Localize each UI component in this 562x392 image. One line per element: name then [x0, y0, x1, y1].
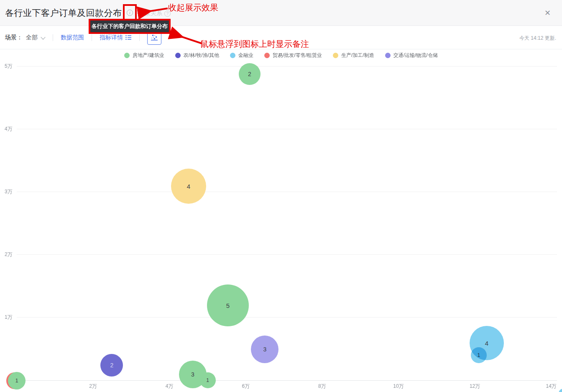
toolbar-left: 场景： 全部 数据范围 指标详情 [0, 31, 161, 45]
object-relation-group: 对象关系 ? [139, 10, 171, 17]
legend-label: 农/林/牧/渔/其他 [184, 52, 219, 59]
bubble-chart: 5万4万3万2万1万2万4万6万8万10万12万14万1245341231房地产… [0, 0, 562, 392]
scatter-chart-type-button[interactable] [147, 31, 161, 45]
legend-dot-icon [124, 53, 130, 58]
legend-dot-icon [385, 53, 391, 58]
x-axis-tick-label: 10万 [393, 383, 404, 390]
dashboard-panel: 5万4万3万2万1万2万4万6万8万10万12万14万1245341231房地产… [0, 0, 562, 392]
bubble[interactable]: 4 [171, 169, 206, 204]
gridline [17, 66, 557, 67]
x-axis-tick-label: 12万 [470, 383, 480, 390]
legend-label: 贸易/批发/零售/租赁业 [273, 52, 322, 59]
toolbar: 场景： 全部 数据范围 指标详情 [0, 26, 562, 49]
y-axis-tick-label: 1万 [5, 314, 17, 321]
info-icon[interactable]: i [127, 10, 133, 16]
metric-detail-button[interactable]: 指标详情 [100, 34, 132, 41]
gridline [17, 254, 557, 255]
legend-item[interactable]: 房地产/建筑业 [124, 52, 164, 59]
page-title: 各行业下客户订单及回款分布 [5, 7, 122, 19]
bubble[interactable]: 1 [8, 372, 26, 389]
bubble[interactable]: 3 [251, 336, 278, 363]
gridline [17, 129, 557, 129]
divider [92, 34, 92, 41]
legend-dot-icon [230, 53, 235, 58]
data-range-button[interactable]: 数据范围 [61, 34, 84, 41]
bubble[interactable]: 1 [471, 347, 487, 363]
gridline [17, 192, 557, 192]
list-icon [125, 35, 132, 40]
legend-dot-icon [175, 53, 181, 58]
x-axis-tick-label: 14万 [546, 383, 557, 390]
legend-item[interactable]: 金融业 [230, 52, 253, 59]
updated-timestamp: 今天 14:12 更新. [519, 35, 556, 42]
divider [53, 34, 53, 41]
chart-legend: 房地产/建筑业农/林/牧/渔/其他金融业贸易/批发/零售/租赁业生产/加工/制造… [0, 52, 562, 59]
legend-dot-icon [333, 53, 338, 58]
bubble[interactable] [559, 389, 562, 392]
x-axis-tick-label: 6万 [242, 383, 250, 390]
x-axis-line [17, 380, 557, 381]
legend-item[interactable]: 农/林/牧/渔/其他 [175, 52, 219, 59]
metric-detail-label: 指标详情 [100, 34, 123, 41]
bubble[interactable]: 1 [200, 372, 216, 388]
legend-item[interactable]: 贸易/批发/零售/租赁业 [264, 52, 322, 59]
legend-dot-icon [264, 53, 270, 58]
bubble[interactable]: 2 [239, 63, 261, 85]
scene-label: 场景： [5, 34, 23, 41]
legend-item[interactable]: 生产/加工/制造 [333, 52, 374, 59]
y-axis-tick-label: 2万 [5, 251, 17, 258]
scatter-chart-icon [151, 34, 158, 41]
legend-label: 生产/加工/制造 [341, 52, 374, 59]
divider [139, 34, 140, 41]
question-icon[interactable]: ? [164, 10, 171, 17]
gridline [17, 317, 557, 318]
bubble[interactable]: 2 [100, 354, 123, 377]
y-axis-tick-label: 3万 [5, 188, 17, 195]
legend-label: 房地产/建筑业 [133, 52, 164, 59]
x-axis-tick-label: 4万 [166, 383, 174, 390]
x-axis-tick-label: 8万 [318, 383, 326, 390]
y-axis-tick-label: 5万 [5, 63, 17, 70]
legend-label: 交通/运输/物流/仓储 [393, 52, 438, 59]
legend-item[interactable]: 交通/运输/物流/仓储 [385, 52, 438, 59]
y-axis-tick-label: 4万 [5, 126, 17, 133]
object-relation-label: 对象关系 [139, 10, 162, 17]
bubble[interactable]: 5 [207, 284, 249, 326]
panel-header: 各行业下客户订单及回款分布 i 对象关系 ? ✕ [0, 0, 562, 26]
x-axis-tick-label: 2万 [89, 383, 97, 390]
legend-label: 金融业 [238, 52, 253, 59]
scene-value: 全部 [26, 34, 38, 41]
chevron-down-icon [41, 35, 45, 39]
close-icon[interactable]: ✕ [544, 8, 551, 18]
scene-dropdown[interactable]: 全部 [26, 34, 45, 41]
